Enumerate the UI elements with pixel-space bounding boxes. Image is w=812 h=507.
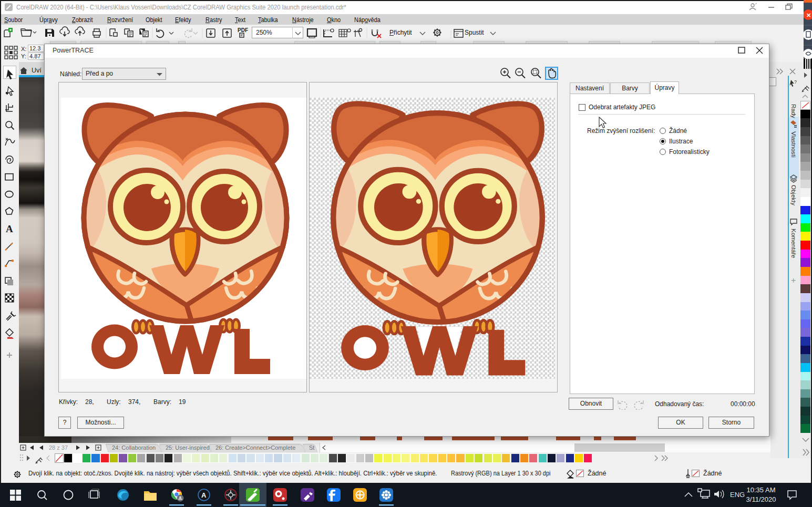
svg-text:28 z 37: 28 z 37 — [49, 444, 68, 451]
svg-text:A: A — [201, 491, 207, 499]
svg-text:✕: ✕ — [806, 12, 811, 18]
svg-text:PDF: PDF — [238, 27, 248, 33]
svg-text:A: A — [6, 223, 13, 234]
svg-text:ENG: ENG — [730, 491, 745, 499]
svg-text:?: ? — [794, 79, 797, 85]
